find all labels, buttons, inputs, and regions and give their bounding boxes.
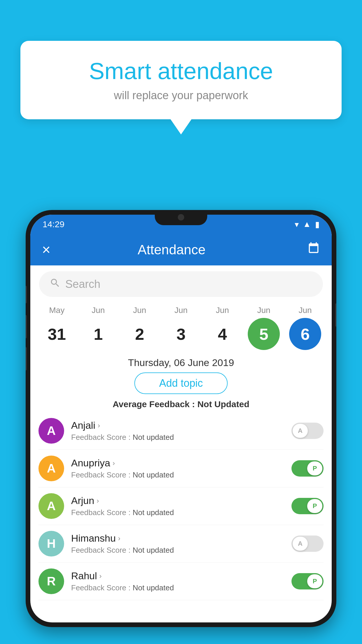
student-name[interactable]: Anupriya › [71,457,284,469]
selected-date: Thursday, 06 June 2019 [30,357,332,368]
battery-icon: ▮ [315,220,319,229]
attendance-toggle[interactable]: P [291,498,324,514]
bubble-title: Smart attendance [44,58,318,84]
student-name[interactable]: Himanshu › [71,533,284,544]
attendance-toggle[interactable]: A [291,423,324,439]
cal-date-number[interactable]: 6 [289,318,321,350]
student-name[interactable]: Anjali › [71,420,284,431]
toggle-knob: A [293,424,308,438]
cal-month-label: Jun [174,306,187,315]
toggle-knob: A [293,537,308,551]
attendance-toggle[interactable]: P [291,460,324,477]
student-item[interactable]: AAnjali ›Feedback Score : Not updatedA [38,412,324,450]
cal-date-number[interactable]: 2 [124,318,156,350]
calendar-day[interactable]: Jun2 [121,306,159,350]
cal-date-number[interactable]: 3 [165,318,197,350]
student-avatar: H [38,531,64,556]
student-name[interactable]: Rahul › [71,570,284,582]
calendar-day[interactable]: May31 [38,306,76,350]
attendance-toggle[interactable]: A [291,536,324,552]
cal-month-label: Jun [133,306,146,315]
power-button [335,303,336,327]
search-input[interactable]: Search [65,278,100,290]
student-list: AAnjali ›Feedback Score : Not updatedAAA… [30,412,332,600]
avg-feedback: Average Feedback : Not Updated [30,399,332,409]
toggle-knob: P [307,461,322,475]
student-avatar: R [38,568,64,594]
student-info: Himanshu ›Feedback Score : Not updated [71,533,284,555]
app-bar-title: Attendance [50,242,293,258]
chevron-right-icon: › [118,534,120,542]
speech-bubble: Smart attendance will replace your paper… [20,41,342,119]
calendar-day[interactable]: Jun5 [245,306,283,350]
student-avatar: A [38,456,64,481]
phone-notch [155,210,207,225]
calendar-day[interactable]: Jun6 [286,306,324,350]
search-icon [50,277,61,291]
chevron-right-icon: › [99,572,102,580]
vol-down-button [26,315,27,338]
student-feedback: Feedback Score : Not updated [71,508,284,517]
calendar-strip: May31Jun1Jun2Jun3Jun4Jun5Jun6 [30,303,332,350]
calendar-day[interactable]: Jun4 [203,306,241,350]
chevron-right-icon: › [113,459,115,467]
status-time: 14:29 [43,219,64,229]
toggle-knob: P [307,574,322,588]
cal-date-number[interactable]: 31 [41,318,73,350]
student-feedback: Feedback Score : Not updated [71,470,284,480]
student-item[interactable]: AAnupriya ›Feedback Score : Not updatedP [38,450,324,487]
student-item[interactable]: AArjun ›Feedback Score : Not updatedP [38,487,324,525]
toggle-knob: P [307,499,322,513]
cal-month-label: Jun [298,306,312,315]
student-info: Rahul ›Feedback Score : Not updated [71,570,284,592]
student-item[interactable]: RRahul ›Feedback Score : Not updatedP [38,563,324,600]
student-feedback: Feedback Score : Not updated [71,433,284,442]
vol-up-button [26,286,27,303]
cal-month-label: Jun [216,306,229,315]
wifi-icon: ▾ [295,220,299,229]
cal-month-label: Jun [92,306,105,315]
silent-button [26,347,27,370]
app-bar: × Attendance [30,234,332,265]
student-avatar: A [38,418,64,444]
search-bar[interactable]: Search [39,271,323,297]
student-info: Arjun ›Feedback Score : Not updated [71,495,284,517]
student-info: Anjali ›Feedback Score : Not updated [71,420,284,442]
calendar-day[interactable]: Jun3 [162,306,200,350]
bubble-subtitle: will replace your paperwork [44,89,318,102]
phone-screen: 14:29 ▾ ▲ ▮ × Attendance S [30,215,332,622]
calendar-icon[interactable] [307,242,320,258]
close-button[interactable]: × [42,241,50,258]
cal-month-label: May [49,306,65,315]
status-icons: ▾ ▲ ▮ [295,220,319,229]
student-info: Anupriya ›Feedback Score : Not updated [71,457,284,480]
add-topic-button[interactable]: Add topic [134,372,228,394]
signal-icon: ▲ [303,220,311,229]
student-avatar: A [38,493,64,519]
calendar-day[interactable]: Jun1 [79,306,117,350]
cal-date-number[interactable]: 1 [82,318,114,350]
student-feedback: Feedback Score : Not updated [71,546,284,555]
cal-date-number[interactable]: 5 [248,318,280,350]
student-feedback: Feedback Score : Not updated [71,583,284,592]
cal-month-label: Jun [257,306,270,315]
cal-date-number[interactable]: 4 [206,318,238,350]
chevron-right-icon: › [98,421,100,430]
chevron-right-icon: › [96,497,99,505]
student-name[interactable]: Arjun › [71,495,284,506]
phone-frame: 14:29 ▾ ▲ ▮ × Attendance S [26,210,336,627]
student-item[interactable]: HHimanshu ›Feedback Score : Not updatedA [38,525,324,563]
attendance-toggle[interactable]: P [291,573,324,589]
